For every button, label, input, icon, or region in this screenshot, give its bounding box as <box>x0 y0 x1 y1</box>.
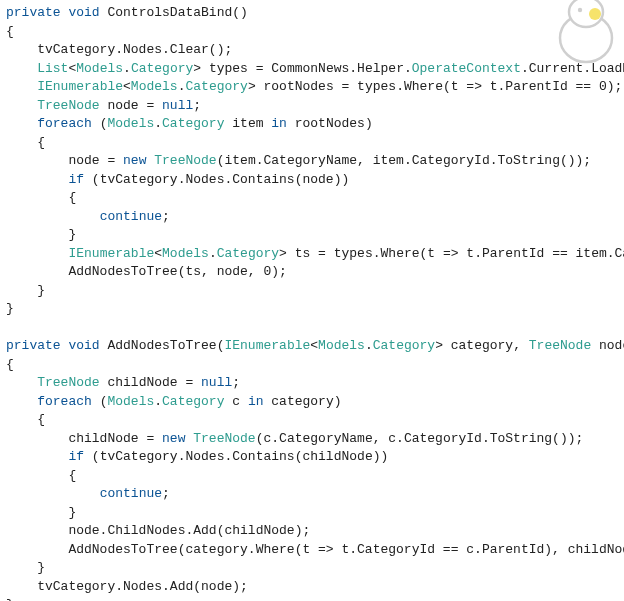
code-token: node.ChildNodes.Add(childNode); <box>6 523 310 538</box>
code-token: } <box>6 560 45 575</box>
code-token: ( <box>92 116 108 131</box>
code-token: node = <box>100 98 162 113</box>
code-token: AddNodesToTree( <box>100 338 225 353</box>
code-token: { <box>6 357 14 372</box>
code-token: ; <box>162 486 170 501</box>
code-token: } <box>6 597 14 601</box>
code-token <box>6 61 37 76</box>
code-token: < <box>123 79 131 94</box>
code-token: void <box>68 338 99 353</box>
code-token: Models <box>162 246 209 261</box>
code-block: private void ControlsDataBind() { tvCate… <box>0 0 624 601</box>
code-token: TreeNode <box>37 98 99 113</box>
code-token: Category <box>373 338 435 353</box>
code-token: ControlsDataBind() <box>100 5 248 20</box>
code-token: tvCategory.Nodes.Add(node); <box>6 579 248 594</box>
code-token: tvCategory.Nodes.Clear(); <box>6 42 232 57</box>
code-token: c <box>224 394 247 409</box>
code-token: TreeNode <box>529 338 591 353</box>
code-token: Category <box>162 116 224 131</box>
code-token: Models <box>131 79 178 94</box>
code-token: Models <box>107 116 154 131</box>
code-token: ; <box>162 209 170 224</box>
code-token <box>6 246 68 261</box>
code-token <box>6 449 68 464</box>
code-token: } <box>6 227 76 242</box>
code-token: void <box>68 5 99 20</box>
code-token: (tvCategory.Nodes.Contains(node)) <box>84 172 349 187</box>
code-token: in <box>248 394 264 409</box>
code-token: } <box>6 505 76 520</box>
code-token: { <box>6 190 76 205</box>
code-token <box>6 116 37 131</box>
code-token: Models <box>107 394 154 409</box>
code-token: } <box>6 301 14 316</box>
code-token: childNode = <box>6 431 162 446</box>
code-token: continue <box>100 209 162 224</box>
code-token: node = <box>6 153 123 168</box>
code-token: AddNodesToTree(ts, node, 0); <box>6 264 287 279</box>
code-token <box>6 486 100 501</box>
code-token: childNode = <box>100 375 201 390</box>
code-token: > types = CommonNews.Helper. <box>193 61 411 76</box>
code-token: Category <box>185 79 247 94</box>
code-token: { <box>6 24 14 39</box>
code-token: { <box>6 468 76 483</box>
code-token: AddNodesToTree(category.Where(t => t.Cat… <box>6 542 624 557</box>
code-token <box>6 172 68 187</box>
code-token: > category, <box>435 338 529 353</box>
code-token <box>6 98 37 113</box>
code-token: null <box>201 375 232 390</box>
code-token: IEnumerable <box>37 79 123 94</box>
code-token: Category <box>131 61 193 76</box>
code-token: . <box>123 61 131 76</box>
code-token: Models <box>318 338 365 353</box>
code-token: continue <box>100 486 162 501</box>
code-token: node, <box>591 338 624 353</box>
code-token: { <box>6 412 45 427</box>
code-token <box>6 394 37 409</box>
code-token: { <box>6 135 45 150</box>
code-token: if <box>68 449 84 464</box>
code-token: rootNodes) <box>287 116 373 131</box>
code-token: Models <box>76 61 123 76</box>
code-token: . <box>365 338 373 353</box>
code-token: foreach <box>37 116 92 131</box>
code-token: < <box>310 338 318 353</box>
code-token: . <box>154 116 162 131</box>
code-token: OperateContext <box>412 61 521 76</box>
code-token: (tvCategory.Nodes.Contains(childNode)) <box>84 449 388 464</box>
code-token: TreeNode <box>154 153 216 168</box>
code-token: ( <box>92 394 108 409</box>
code-token: item <box>224 116 271 131</box>
code-token: > ts = types.Where(t => t.ParentId == it… <box>279 246 624 261</box>
code-token: category) <box>264 394 342 409</box>
code-token: (c.CategoryName, c.CategoryId.ToString()… <box>256 431 584 446</box>
code-token: . <box>154 394 162 409</box>
code-token: IEnumerable <box>68 246 154 261</box>
code-token <box>6 375 37 390</box>
code-token: null <box>162 98 193 113</box>
code-token: > rootNodes = types.Where(t => t.ParentI… <box>248 79 622 94</box>
code-token: Category <box>217 246 279 261</box>
code-token: ; <box>232 375 240 390</box>
code-token: . <box>209 246 217 261</box>
code-token: new <box>123 153 146 168</box>
code-token: in <box>271 116 287 131</box>
code-token <box>6 209 100 224</box>
code-token: List <box>37 61 68 76</box>
code-token: Category <box>162 394 224 409</box>
code-token: } <box>6 283 45 298</box>
code-token: TreeNode <box>37 375 99 390</box>
code-token: IEnumerable <box>224 338 310 353</box>
code-token: ; <box>193 98 201 113</box>
code-token: TreeNode <box>193 431 255 446</box>
code-token <box>6 79 37 94</box>
code-token: foreach <box>37 394 92 409</box>
code-token: new <box>162 431 185 446</box>
code-token: .Current.LoadNewsTypes(); <box>521 61 624 76</box>
code-token: (item.CategoryName, item.CategoryId.ToSt… <box>217 153 591 168</box>
code-token: if <box>68 172 84 187</box>
code-token: private <box>6 5 61 20</box>
code-token: < <box>154 246 162 261</box>
